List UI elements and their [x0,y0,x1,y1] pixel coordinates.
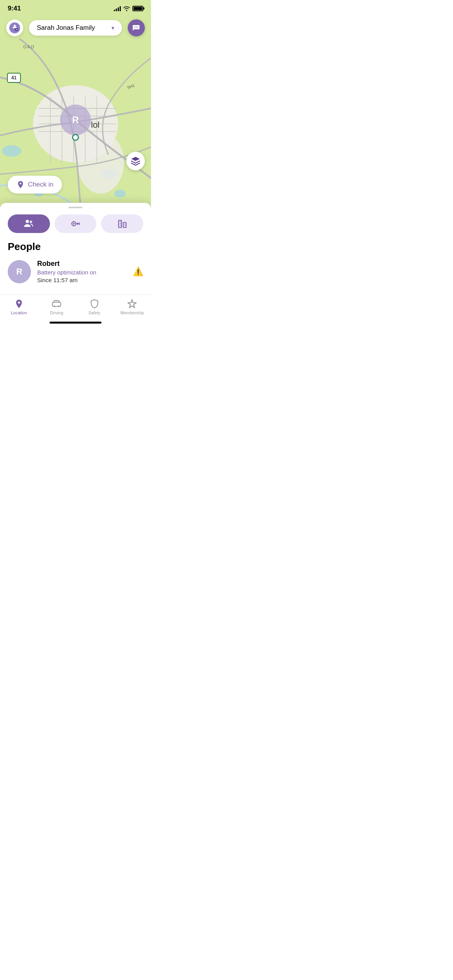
status-icons [114,6,143,11]
tab-people[interactable] [8,214,50,233]
person-marker[interactable]: R [60,105,91,141]
svg-rect-38 [52,302,61,307]
svg-point-3 [114,190,126,197]
person-avatar: R [8,260,31,283]
tab-keys[interactable] [55,214,97,233]
svg-point-24 [137,27,138,27]
people-icon [23,218,34,229]
warning-icon: ⚠️ [133,267,143,277]
person-row[interactable]: R Robert Battery optimization on Since 1… [8,260,143,283]
location-nav-icon [14,299,24,309]
signal-icon [114,6,121,11]
route-41-badge: 41 [7,73,21,83]
pin-icon [16,180,25,189]
layers-icon [130,156,141,166]
battery-icon [132,6,143,11]
checkin-button[interactable]: Check in [8,176,62,194]
nav-driving-label: Driving [50,310,63,315]
nav-location-label: Location [11,310,27,315]
building-icon [117,219,127,229]
svg-point-40 [58,305,60,307]
svg-point-21 [16,29,17,30]
person-status: Battery optimization on [37,269,127,276]
section-title: People [8,241,143,253]
settings-avatar-icon [9,22,20,33]
svg-text:OAD: OAD [23,45,35,49]
svg-point-23 [136,27,137,27]
svg-point-22 [134,27,135,27]
nav-membership-label: Membership [120,310,144,315]
nav-membership[interactable]: Membership [118,299,146,315]
messages-button[interactable] [128,19,145,36]
status-bar: 9:41 [0,0,151,17]
person-info: Robert Battery optimization on Since 11:… [37,260,127,283]
map-area[interactable]: SH1 OAD lol 41 R S [0,0,151,217]
marker-pin [72,134,79,141]
marker-avatar: R [60,105,91,135]
family-selector[interactable]: Sarah Jonas Family ▾ [29,20,122,36]
tab-buttons [8,214,143,233]
messages-icon [132,24,141,32]
nav-location[interactable]: Location [5,299,33,315]
person-name: Robert [37,260,127,268]
header-bar: Sarah Jonas Family ▾ [0,19,151,36]
nav-driving[interactable]: Driving [43,299,70,315]
svg-point-25 [20,183,22,185]
nav-safety[interactable]: Safety [81,299,108,315]
svg-point-26 [26,220,29,223]
svg-rect-31 [123,223,126,228]
svg-point-1 [2,145,21,157]
sheet-handle [69,207,82,208]
family-name: Sarah Jonas Family [37,24,108,32]
membership-nav-icon [127,299,137,309]
driving-nav-icon [51,299,62,309]
svg-text:lol: lol [91,120,100,130]
key-icon [70,219,81,229]
safety-nav-icon [89,299,100,309]
chevron-down-icon: ▾ [112,25,114,31]
svg-point-37 [18,302,20,303]
checkin-label: Check in [28,181,53,188]
svg-point-29 [73,223,75,224]
settings-button[interactable] [6,19,23,36]
nav-safety-label: Safety [88,310,100,315]
wifi-icon [123,6,130,11]
home-indicator [50,322,101,324]
svg-point-39 [54,305,55,307]
status-time: 9:41 [8,5,21,12]
tab-places[interactable] [101,214,143,233]
map-layers-button[interactable] [126,152,145,170]
person-time: Since 11:57 am [37,277,127,283]
svg-point-27 [30,221,33,223]
